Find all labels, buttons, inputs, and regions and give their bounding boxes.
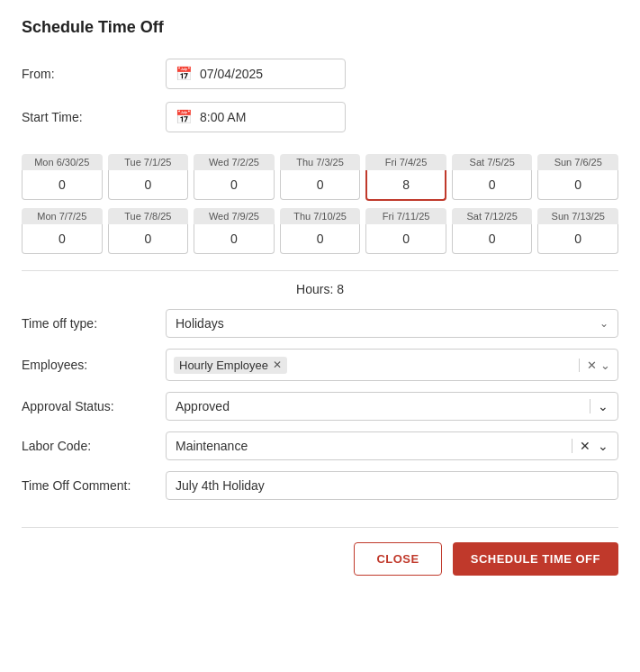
week2-cell-6[interactable]: Sun 7/13/250 bbox=[537, 208, 618, 254]
day-value: 0 bbox=[452, 224, 533, 254]
day-value: 0 bbox=[280, 170, 361, 200]
employees-label: Employees: bbox=[22, 358, 166, 372]
from-input[interactable]: 📅 07/04/2025 bbox=[166, 59, 346, 89]
time-off-type-value: Holidays bbox=[176, 316, 224, 331]
employees-control: Hourly Employee ✕ ✕ ⌄ bbox=[166, 349, 618, 381]
week1-cell-0[interactable]: Mon 6/30/250 bbox=[22, 154, 103, 201]
day-value: 8 bbox=[365, 170, 446, 201]
day-label: Tue 7/8/25 bbox=[108, 208, 189, 224]
labor-code-control: Maintenance ✕ ⌄ bbox=[166, 431, 618, 460]
time-off-comment-control bbox=[166, 471, 618, 500]
approval-status-label: Approval Status: bbox=[22, 399, 166, 413]
day-value: 0 bbox=[365, 224, 446, 254]
day-label: Sun 7/13/25 bbox=[537, 208, 618, 224]
employees-tag-input[interactable]: Hourly Employee ✕ ✕ ⌄ bbox=[166, 349, 618, 381]
week2-cell-5[interactable]: Sat 7/12/250 bbox=[452, 208, 533, 254]
employees-right-icons: ✕ ⌄ bbox=[579, 359, 610, 372]
calendar-icon: 📅 bbox=[176, 66, 193, 82]
employees-row: Employees: Hourly Employee ✕ ✕ ⌄ bbox=[22, 349, 618, 381]
week1-cell-1[interactable]: Tue 7/1/250 bbox=[108, 154, 189, 201]
day-label: Sat 7/12/25 bbox=[452, 208, 533, 224]
labor-code-chevron-down-icon[interactable]: ⌄ bbox=[598, 439, 608, 453]
from-label: From: bbox=[22, 67, 166, 81]
approval-status-row: Approval Status: Approved ⌄ bbox=[22, 392, 618, 421]
week1-cell-4[interactable]: Fri 7/4/258 bbox=[365, 154, 446, 201]
day-value: 0 bbox=[108, 170, 189, 200]
day-value: 0 bbox=[537, 170, 618, 200]
start-time-value: 8:00 AM bbox=[200, 110, 246, 124]
labor-code-row: Labor Code: Maintenance ✕ ⌄ bbox=[22, 431, 618, 460]
time-off-comment-row: Time Off Comment: bbox=[22, 471, 618, 500]
day-label: Wed 7/2/25 bbox=[194, 154, 275, 170]
start-time-input[interactable]: 📅 8:00 AM bbox=[166, 102, 346, 132]
time-off-type-dropdown[interactable]: Holidays ⌄ bbox=[166, 309, 618, 338]
week1-row: Mon 6/30/250Tue 7/1/250Wed 7/2/250Thu 7/… bbox=[22, 154, 618, 201]
schedule-time-off-dialog: Schedule Time Off From: 📅 07/04/2025 Sta… bbox=[0, 0, 640, 672]
clear-employees-icon[interactable]: ✕ bbox=[587, 359, 597, 372]
week2-row: Mon 7/7/250Tue 7/8/250Wed 7/9/250Thu 7/1… bbox=[22, 208, 618, 254]
schedule-time-off-button[interactable]: SCHEDULE TIME OFF bbox=[453, 542, 618, 576]
day-value: 0 bbox=[537, 224, 618, 254]
start-time-row: Start Time: 📅 8:00 AM bbox=[22, 102, 618, 132]
time-off-type-row: Time off type: Holidays ⌄ bbox=[22, 309, 618, 338]
employee-tag-label: Hourly Employee bbox=[179, 359, 268, 372]
week2-cell-3[interactable]: Thu 7/10/250 bbox=[280, 208, 361, 254]
week2-cell-0[interactable]: Mon 7/7/250 bbox=[22, 208, 103, 254]
time-off-comment-label: Time Off Comment: bbox=[22, 478, 166, 493]
day-label: Fri 7/11/25 bbox=[365, 208, 446, 224]
dialog-title: Schedule Time Off bbox=[22, 18, 618, 37]
button-row: CLOSE SCHEDULE TIME OFF bbox=[22, 542, 618, 583]
week1-cell-6[interactable]: Sun 7/6/250 bbox=[537, 154, 618, 201]
from-row: From: 📅 07/04/2025 bbox=[22, 59, 618, 89]
week2-cell-2[interactable]: Wed 7/9/250 bbox=[194, 208, 275, 254]
approval-status-dropdown[interactable]: Approved ⌄ bbox=[166, 392, 618, 421]
time-off-comment-input[interactable] bbox=[166, 471, 618, 500]
day-label: Thu 7/3/25 bbox=[280, 154, 361, 170]
labor-code-label: Labor Code: bbox=[22, 439, 166, 453]
start-time-label: Start Time: bbox=[22, 110, 166, 124]
day-label: Wed 7/9/25 bbox=[194, 208, 275, 224]
labor-code-right-icons: ✕ ⌄ bbox=[572, 439, 608, 453]
calendar-grid: Mon 6/30/250Tue 7/1/250Wed 7/2/250Thu 7/… bbox=[22, 154, 618, 261]
day-value: 0 bbox=[22, 170, 103, 200]
week1-cell-5[interactable]: Sat 7/5/250 bbox=[452, 154, 533, 201]
remove-employee-icon[interactable]: ✕ bbox=[273, 359, 282, 371]
bottom-divider bbox=[22, 527, 618, 528]
day-value: 0 bbox=[280, 224, 361, 254]
time-off-type-label: Time off type: bbox=[22, 316, 166, 331]
approval-chevron-down-icon[interactable]: ⌄ bbox=[598, 399, 608, 413]
clock-icon: 📅 bbox=[176, 109, 193, 125]
day-label: Sat 7/5/25 bbox=[452, 154, 533, 170]
labor-code-value: Maintenance bbox=[176, 439, 248, 453]
week2-cell-1[interactable]: Tue 7/8/250 bbox=[108, 208, 189, 254]
from-value: 07/04/2025 bbox=[200, 67, 263, 81]
day-label: Tue 7/1/25 bbox=[108, 154, 189, 170]
day-value: 0 bbox=[194, 224, 275, 254]
approval-status-value: Approved bbox=[176, 399, 230, 413]
labor-code-dropdown[interactable]: Maintenance ✕ ⌄ bbox=[166, 431, 618, 460]
day-label: Thu 7/10/25 bbox=[280, 208, 361, 224]
week1-cell-2[interactable]: Wed 7/2/250 bbox=[194, 154, 275, 201]
employees-chevron-down-icon[interactable]: ⌄ bbox=[600, 359, 610, 372]
day-value: 0 bbox=[22, 224, 103, 254]
day-label: Fri 7/4/25 bbox=[365, 154, 446, 170]
week1-cell-3[interactable]: Thu 7/3/250 bbox=[280, 154, 361, 201]
divider-1 bbox=[22, 270, 618, 271]
approval-status-control: Approved ⌄ bbox=[166, 392, 618, 421]
clear-labor-code-icon[interactable]: ✕ bbox=[580, 439, 590, 453]
chevron-down-icon: ⌄ bbox=[599, 317, 608, 330]
day-label: Sun 7/6/25 bbox=[537, 154, 618, 170]
day-value: 0 bbox=[452, 170, 533, 200]
time-off-type-control: Holidays ⌄ bbox=[166, 309, 618, 338]
close-button[interactable]: CLOSE bbox=[354, 542, 441, 576]
hours-display: Hours: 8 bbox=[22, 282, 618, 296]
week2-cell-4[interactable]: Fri 7/11/250 bbox=[365, 208, 446, 254]
approval-status-right: ⌄ bbox=[590, 399, 608, 413]
employee-tag: Hourly Employee ✕ bbox=[174, 357, 287, 374]
day-value: 0 bbox=[108, 224, 189, 254]
day-label: Mon 6/30/25 bbox=[22, 154, 103, 170]
day-label: Mon 7/7/25 bbox=[22, 208, 103, 224]
day-value: 0 bbox=[194, 170, 275, 200]
